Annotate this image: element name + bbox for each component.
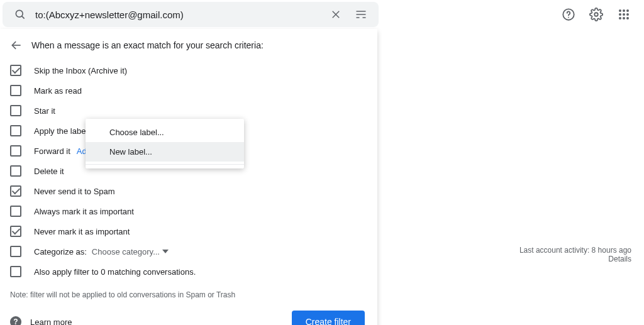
option-label: Star it [34,106,55,116]
option-label: Skip the Inbox (Archive it) [34,66,127,75]
filter-note: Note: filter will not be applied to old … [0,282,377,299]
checkbox-never-spam[interactable] [10,185,21,197]
svg-point-5 [568,17,569,18]
checkbox-mark-read[interactable] [10,85,21,96]
help-group: ? Learn more [10,316,72,325]
option-also-apply: Also apply filter to 0 matching conversa… [0,262,377,282]
option-categorize: Categorize as: Choose category... [0,241,377,262]
checkbox-skip-inbox[interactable] [10,65,21,76]
top-bar [0,0,644,29]
svg-point-6 [594,13,598,16]
option-label: Never mark it as important [34,227,130,236]
apps-icon[interactable] [611,2,636,27]
checkbox-forward[interactable] [10,145,21,157]
panel-header: When a message is an exact match for you… [0,29,377,60]
panel-header-text: When a message is an exact match for you… [31,40,264,50]
svg-point-12 [626,13,629,16]
option-never-spam: Never send it to Spam [0,181,377,201]
clear-search-icon[interactable] [323,2,348,27]
checkbox-always-important[interactable] [10,206,21,217]
option-label: Always mark it as important [34,207,134,216]
menu-separator [86,164,244,165]
also-apply-post: matching conversations. [105,267,196,277]
learn-more-link[interactable]: Learn more [30,317,72,326]
checkbox-also-apply[interactable] [10,266,21,277]
category-select[interactable]: Choose category... [92,247,169,256]
menu-item-choose-label[interactable]: Choose label... [86,123,244,142]
svg-point-11 [623,13,625,16]
option-label: Delete it [34,167,64,176]
checkbox-star[interactable] [10,105,21,116]
create-filter-button[interactable]: Create filter [292,311,365,325]
option-label: Forward it [34,146,70,156]
label-dropdown-menu: Choose label... New label... [86,119,244,168]
panel-footer: ? Learn more Create filter [0,299,377,325]
checkbox-never-important[interactable] [10,226,21,237]
activity-details-link[interactable]: Details [519,255,631,263]
support-icon[interactable] [556,2,581,27]
chevron-down-icon [162,250,169,253]
search-input[interactable] [33,2,323,27]
checkbox-categorize[interactable] [10,246,21,257]
svg-point-7 [619,9,621,12]
svg-point-15 [626,17,629,19]
checkbox-apply-label[interactable] [10,125,21,136]
help-icon[interactable]: ? [10,316,21,325]
svg-point-0 [16,10,23,17]
svg-point-9 [626,9,629,12]
option-label: Apply the label: [34,126,90,136]
checkbox-delete[interactable] [10,165,21,177]
filter-actions-panel: When a message is an exact match for you… [0,29,377,325]
menu-item-new-label[interactable]: New label... [86,142,244,162]
category-select-label: Choose category... [92,247,160,256]
svg-point-13 [619,17,621,19]
activity-info: Last account activity: 8 hours ago Detai… [519,246,631,263]
option-label: Never send it to Spam [34,187,115,196]
svg-point-8 [623,9,625,12]
option-skip-inbox: Skip the Inbox (Archive it) [0,60,377,80]
option-never-important: Never mark it as important [0,221,377,241]
svg-point-10 [619,13,621,16]
option-star: Star it [0,101,377,121]
svg-point-14 [623,17,625,19]
back-icon[interactable] [8,36,25,54]
svg-line-1 [22,16,25,19]
also-apply-pre: Also apply filter to [34,267,101,277]
option-label: Mark as read [34,86,82,96]
search-options-icon[interactable] [348,2,374,27]
option-label: Also apply filter to 0 matching conversa… [34,267,196,277]
option-label: Categorize as: [34,247,87,256]
header-actions [556,0,636,29]
option-always-important: Always mark it as important [0,201,377,221]
search-icon[interactable] [8,2,33,27]
search-bar [3,2,379,27]
settings-icon[interactable] [584,2,609,27]
option-mark-read: Mark as read [0,80,377,101]
activity-text: Last account activity: 8 hours ago [519,246,631,255]
